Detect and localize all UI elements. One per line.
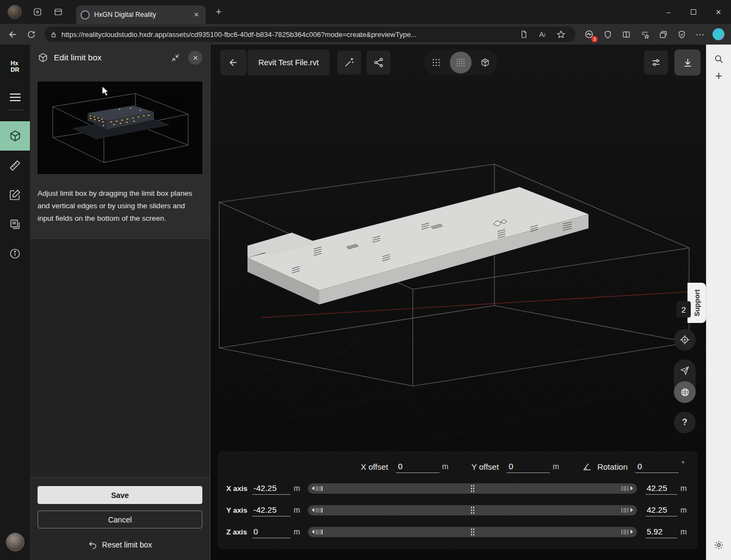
fly-mode-button[interactable] xyxy=(674,359,696,381)
essentials-badge: 3 xyxy=(591,36,598,42)
url-bar[interactable]: https://realitycloudstudio.hxdr.app/asse… xyxy=(45,27,575,42)
slider-grip[interactable] xyxy=(470,484,475,492)
limit-box-preview xyxy=(38,82,202,174)
sidebar-add-icon[interactable]: + xyxy=(710,67,728,85)
slider-max-handle[interactable] xyxy=(622,486,633,491)
y-axis-max-input[interactable]: 42.25 xyxy=(646,504,677,517)
sidebar-settings-gear-icon[interactable] xyxy=(710,536,728,553)
mesh-cube-icon xyxy=(480,58,490,67)
mesh-mode-button[interactable] xyxy=(474,52,496,73)
point-density-high-button[interactable] xyxy=(450,52,472,73)
x-axis-slider[interactable] xyxy=(308,483,637,494)
rail-item-layers[interactable] xyxy=(0,209,30,239)
rail-item-measure[interactable] xyxy=(0,151,30,180)
paper-plane-icon xyxy=(680,365,690,375)
lock-icon xyxy=(50,31,57,38)
y-axis-min-input[interactable]: -42.25 xyxy=(252,504,290,517)
rotation-input[interactable]: 0 xyxy=(635,461,679,473)
chat-count-badge[interactable]: 2 xyxy=(677,301,691,318)
z-axis-max-input[interactable]: 5.92 xyxy=(646,526,677,538)
y-offset-input[interactable]: 0 xyxy=(506,461,550,473)
panel-title: Edit limit box xyxy=(54,53,163,63)
slider-grip[interactable] xyxy=(470,528,475,536)
slider-min-handle[interactable] xyxy=(312,508,323,513)
angle-icon xyxy=(582,462,592,472)
locate-button[interactable] xyxy=(674,329,696,351)
refresh-icon[interactable] xyxy=(23,26,39,42)
browser-titlebar: HxGN Digital Reality ✕ + – ✕ xyxy=(0,0,731,24)
collections-icon[interactable] xyxy=(655,26,671,42)
close-panel-icon[interactable] xyxy=(188,51,202,65)
window-minimize-button[interactable]: – xyxy=(656,0,681,24)
tracking-prevention-icon[interactable] xyxy=(599,26,616,42)
cancel-button[interactable]: Cancel xyxy=(38,511,202,528)
z-axis-min-unit: m xyxy=(294,527,302,536)
favorite-star-icon[interactable] xyxy=(553,26,569,42)
slider-min-handle[interactable] xyxy=(312,530,323,534)
rail-item-info[interactable] xyxy=(0,239,30,268)
x-axis-min-unit: m xyxy=(294,484,302,493)
x-offset-unit: m xyxy=(442,462,450,471)
slider-grip[interactable] xyxy=(470,506,475,514)
sidebar-search-icon[interactable] xyxy=(710,50,728,67)
x-axis-max-input[interactable]: 42.25 xyxy=(646,482,677,495)
edit-pencil-icon xyxy=(9,189,21,201)
menu-hamburger-icon[interactable] xyxy=(10,94,21,101)
render-mode-group xyxy=(424,50,498,75)
y-axis-slider[interactable] xyxy=(308,505,637,515)
browser-back-icon[interactable] xyxy=(4,26,21,42)
copilot-icon[interactable] xyxy=(710,26,727,42)
slider-min-handle[interactable] xyxy=(312,486,323,491)
window-maximize-button[interactable] xyxy=(681,0,706,24)
tab-actions-icon[interactable] xyxy=(50,4,66,20)
download-icon xyxy=(682,57,693,69)
x-offset-field-group: X offset 0 m xyxy=(361,461,450,473)
help-button[interactable]: ? xyxy=(674,412,696,433)
share-button[interactable] xyxy=(367,51,391,74)
navigation-mode-group xyxy=(674,359,696,403)
x-offset-input[interactable]: 0 xyxy=(396,461,439,473)
read-aloud-icon[interactable]: A) xyxy=(534,26,550,42)
collapse-panel-icon[interactable] xyxy=(168,50,183,65)
settings-more-icon[interactable]: ⋯ xyxy=(692,26,708,42)
download-button[interactable] xyxy=(674,49,701,76)
new-tab-button[interactable]: + xyxy=(211,4,226,20)
view-settings-button[interactable] xyxy=(644,51,668,74)
save-button[interactable]: Save xyxy=(38,486,202,504)
browser-essentials-icon[interactable]: 3 xyxy=(581,26,597,42)
x-axis-min-input[interactable]: -42.25 xyxy=(252,482,290,495)
undo-icon xyxy=(88,540,97,550)
viewport-toolbar: Revit Test File.rvt xyxy=(220,49,701,76)
browser-defense-icon[interactable] xyxy=(673,26,690,42)
y-axis-min-unit: m xyxy=(294,506,302,514)
viewport-3d[interactable]: Revit Test File.rvt xyxy=(210,45,706,560)
viewer-back-button[interactable] xyxy=(220,49,246,76)
slider-max-handle[interactable] xyxy=(622,508,633,513)
z-axis-slider[interactable] xyxy=(308,527,637,537)
browser-profile-avatar[interactable] xyxy=(8,5,22,19)
rotation-unit: ° xyxy=(682,459,689,468)
globe-mode-button[interactable] xyxy=(674,381,696,403)
page-tools-icon[interactable] xyxy=(516,26,532,42)
browser-navbar: https://realitycloudstudio.hxdr.app/asse… xyxy=(0,24,731,45)
tab-close-icon[interactable]: ✕ xyxy=(191,10,201,20)
workspaces-icon[interactable] xyxy=(29,4,46,20)
asset-file-chip[interactable]: Revit Test File.rvt xyxy=(247,49,330,76)
z-axis-min-input[interactable]: 0 xyxy=(252,526,290,538)
reset-limit-box-button[interactable]: Reset limit box xyxy=(38,536,202,553)
rail-item-limit-box[interactable] xyxy=(0,121,30,151)
y-offset-label: Y offset xyxy=(472,462,499,471)
slider-max-handle[interactable] xyxy=(622,530,633,534)
rail-item-annotate[interactable] xyxy=(0,180,30,209)
favorites-bar-icon[interactable] xyxy=(636,26,653,42)
user-avatar[interactable] xyxy=(6,533,24,551)
back-arrow-icon xyxy=(228,57,239,68)
point-density-low-button[interactable] xyxy=(425,52,447,73)
window-close-button[interactable]: ✕ xyxy=(706,0,731,24)
split-screen-icon[interactable] xyxy=(618,26,634,42)
browser-tab[interactable]: HxGN Digital Reality ✕ xyxy=(76,5,206,24)
x-axis-row: X axis -42.25 m 42.25 m xyxy=(226,477,689,499)
x-axis-max-unit: m xyxy=(680,484,689,493)
magic-wand-button[interactable] xyxy=(337,51,361,74)
layers-icon xyxy=(9,218,21,231)
